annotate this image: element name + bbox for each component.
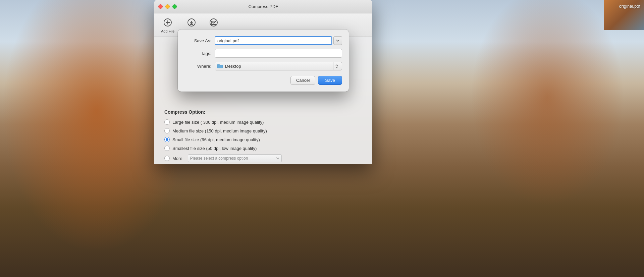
compress-option-large[interactable]: Large file size ( 300 dpi, medium image … bbox=[164, 119, 362, 125]
radio-large-label: Large file size ( 300 dpi, medium image … bbox=[172, 120, 264, 125]
tags-row: Tags: bbox=[184, 49, 342, 58]
radio-medium-label: Medium file size (150 dpi, medium image … bbox=[172, 128, 267, 133]
save-dialog: Save As: Tags: Where: Desktop bbox=[178, 30, 349, 92]
cancel-button[interactable]: Cancel bbox=[290, 76, 315, 85]
where-field-label: Where: bbox=[184, 64, 211, 69]
filename-input[interactable] bbox=[215, 36, 332, 45]
radio-more-label: More bbox=[172, 156, 182, 161]
radio-large[interactable] bbox=[164, 119, 170, 125]
tags-input[interactable] bbox=[215, 49, 342, 58]
save-as-icon bbox=[186, 17, 197, 28]
more-dropdown-placeholder: Please select a compress option bbox=[190, 156, 248, 161]
add-file-toolbar-item[interactable]: Add File bbox=[161, 17, 174, 33]
tags-field-label: Tags: bbox=[184, 51, 211, 56]
add-file-label: Add File bbox=[161, 29, 174, 33]
window-title: Compress PDF bbox=[249, 4, 278, 9]
dialog-buttons: Cancel Save bbox=[184, 76, 342, 85]
add-file-icon bbox=[162, 17, 173, 28]
maximize-button[interactable] bbox=[172, 4, 177, 9]
compress-option-medium[interactable]: Medium file size (150 dpi, medium image … bbox=[164, 128, 362, 133]
traffic-lights bbox=[158, 4, 177, 9]
save-as-field-label: Save As: bbox=[184, 38, 211, 43]
compress-option-small[interactable]: Small file size (96 dpi, medium image qu… bbox=[164, 137, 362, 142]
email-icon bbox=[208, 17, 219, 28]
thumbnail-label: original.pdf bbox=[619, 4, 640, 9]
desktop-thumbnail: original.pdf bbox=[604, 0, 644, 30]
compress-option-more[interactable]: More Please select a compress option bbox=[164, 154, 362, 162]
close-button[interactable] bbox=[158, 4, 163, 9]
compress-section: Compress Option: Large file size ( 300 d… bbox=[154, 104, 372, 164]
where-row: Where: Desktop bbox=[184, 62, 342, 70]
save-as-row: Save As: bbox=[184, 36, 342, 45]
radio-smallest-label: Smallest file size (50 dpi, low image qu… bbox=[172, 146, 257, 151]
where-selector[interactable]: Desktop bbox=[215, 62, 342, 70]
minimize-button[interactable] bbox=[165, 4, 170, 9]
compress-title: Compress Option: bbox=[164, 109, 362, 115]
radio-small-label: Small file size (96 dpi, medium image qu… bbox=[172, 137, 260, 142]
radio-medium[interactable] bbox=[164, 128, 170, 133]
radio-more[interactable] bbox=[164, 156, 170, 161]
app-window: Compress PDF Add File bbox=[154, 0, 372, 164]
title-bar: Compress PDF bbox=[154, 0, 372, 13]
radio-smallest[interactable] bbox=[164, 146, 170, 151]
filename-dropdown-button[interactable] bbox=[333, 36, 342, 45]
where-value: Desktop bbox=[225, 64, 332, 69]
radio-small[interactable] bbox=[164, 137, 170, 142]
save-button[interactable]: Save bbox=[318, 76, 342, 85]
compress-option-smallest[interactable]: Smallest file size (50 dpi, low image qu… bbox=[164, 146, 362, 151]
more-dropdown[interactable]: Please select a compress option bbox=[188, 154, 282, 162]
filename-wrapper bbox=[215, 36, 342, 45]
